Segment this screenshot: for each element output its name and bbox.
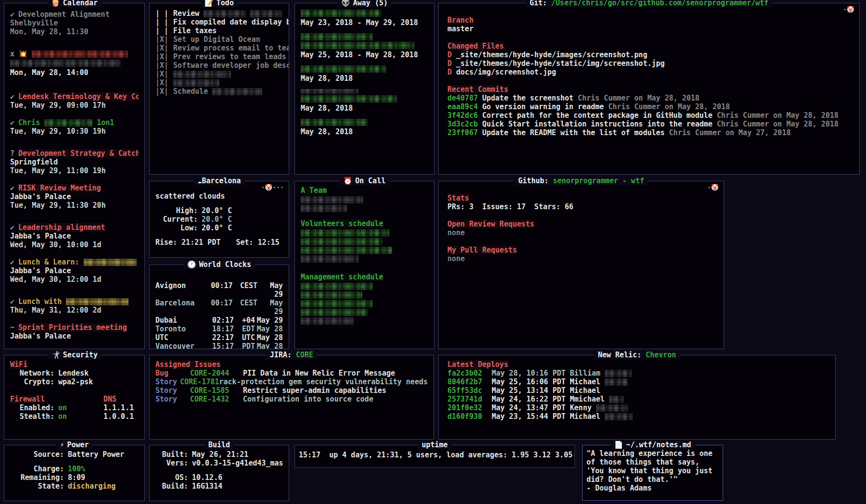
redacted-name bbox=[301, 65, 386, 73]
todo-item[interactable]: |X|Review process email to team bbox=[155, 44, 283, 52]
checkbox-checked-icon[interactable]: |X| bbox=[155, 61, 168, 70]
calendar-event[interactable]: ✔RISK Review Meeting Jabba's Palace Tue,… bbox=[10, 184, 139, 210]
check-icon: ✔ bbox=[10, 258, 14, 266]
check-icon: ✔ bbox=[10, 118, 14, 127]
redacted-name bbox=[301, 247, 392, 254]
jira-panel: JIRA: CORE Assigned Issues BugCORE-2044P… bbox=[149, 355, 434, 440]
checkbox-checked-icon[interactable]: |X| bbox=[155, 78, 168, 87]
power-panel-title: ⚡Power bbox=[56, 441, 92, 449]
changed-file[interactable]: D _site/themes/hyde-hyde/images/screensh… bbox=[447, 50, 851, 59]
away-panel: 👽Away (5) May 23, 2018 - May 29, 2018 Ma… bbox=[294, 3, 434, 175]
checkbox-empty-icon[interactable]: | | bbox=[155, 9, 168, 18]
jira-issue-row[interactable]: StoryCORE-1432Configuration into source … bbox=[155, 395, 428, 403]
jira-panel-title: JIRA: CORE bbox=[266, 351, 317, 359]
commit-row[interactable]: 23ff067 Update the README with the list … bbox=[447, 128, 851, 137]
git-panel-title: Git: /Users/chris/go/src/github.com/seno… bbox=[526, 0, 773, 7]
calendar-event[interactable]: ✔Leadership alignment Jabba's Palace Wed… bbox=[10, 223, 139, 249]
build-panel: Build Built:May 26, 21:21 Vers:v0.0.3-15… bbox=[149, 445, 289, 501]
checkbox-checked-icon[interactable]: |X| bbox=[155, 87, 168, 96]
calendar-event[interactable]: ?Development Strategy & Catch U Springfi… bbox=[10, 149, 139, 175]
redacted-name bbox=[301, 89, 358, 94]
checkbox-checked-icon[interactable]: |X| bbox=[155, 44, 168, 52]
weather-panel-title: ☁Barcelona bbox=[193, 176, 244, 185]
redacted-name bbox=[301, 238, 382, 245]
todo-item[interactable]: |X|Software developer job desc bbox=[155, 61, 283, 70]
calendar-event[interactable]: ✔Lunch with Thu, May 31, 12:00 2d bbox=[10, 297, 139, 315]
commit-row[interactable]: 3d3c2cb Quick Start installation instruc… bbox=[447, 120, 851, 128]
redacted-text bbox=[32, 50, 128, 58]
redacted-name bbox=[301, 205, 347, 212]
redacted-text bbox=[605, 378, 628, 386]
todo-item[interactable]: |X|Set up Digital Ocean bbox=[155, 35, 283, 44]
redacted-text bbox=[173, 79, 219, 87]
notes-panel: 📄~/.wtf/notes.md "A learning experience … bbox=[582, 445, 723, 501]
tilde-icon: ~ bbox=[10, 323, 14, 332]
build-panel-title: Build bbox=[204, 441, 234, 449]
todo-item[interactable]: |X|Schedule bbox=[155, 87, 283, 96]
clock-row: Barcelona00:17CESTMay 29 bbox=[155, 299, 283, 316]
clock-row: UTC22:17UTCMay 28 bbox=[155, 333, 283, 342]
commit-row[interactable]: de40787 Update the screenshot Chris Cumm… bbox=[447, 94, 851, 102]
calendar-event[interactable]: ✔Lunch & Learn: Jabba's Palace Wed, May … bbox=[10, 258, 139, 284]
github-panel: Github: senorprogrammer - wtf ·🤡 Stats P… bbox=[438, 181, 724, 349]
checkbox-checked-icon[interactable]: |X| bbox=[155, 35, 168, 44]
redacted-text bbox=[66, 298, 128, 305]
redacted-name bbox=[301, 309, 368, 316]
deploy-row: d160f930May 23, 15:44 PDT Michael bbox=[447, 412, 827, 421]
commit-row[interactable]: eaa89c4 Go version warning in readme Chr… bbox=[447, 102, 851, 111]
redacted-text bbox=[10, 60, 121, 67]
changed-file[interactable]: D _site/themes/hyde-hyde/static/img/scre… bbox=[447, 59, 851, 68]
todo-item[interactable]: |X| bbox=[155, 70, 283, 78]
check-icon: ✔ bbox=[10, 10, 14, 19]
redacted-text bbox=[44, 119, 92, 126]
todo-item[interactable]: |X|Prev reviews to team leads bbox=[155, 52, 283, 61]
redacted-text bbox=[173, 71, 231, 78]
question-icon: ? bbox=[10, 149, 14, 158]
changed-file[interactable]: D docs/img/screenshot.jpg bbox=[447, 68, 851, 76]
redacted-text bbox=[250, 10, 282, 17]
wtf-terminal-dashboard: 🍿Calendar ✔Development Alignment Shelbyv… bbox=[0, 0, 866, 504]
redacted-name bbox=[301, 10, 382, 17]
checkbox-checked-icon[interactable]: |X| bbox=[155, 52, 168, 61]
commit-row[interactable]: 3f42dc6 Correct path for the context pac… bbox=[447, 111, 851, 120]
calendar-event[interactable]: ✔Chris 1on1 Tue, May 29, 10:30 19h bbox=[10, 118, 139, 136]
away-entry: May 28, 2018 bbox=[301, 65, 428, 83]
weather-panel: ☁Barcelona ·🤡··· scattered clouds High:2… bbox=[149, 181, 289, 258]
check-icon: ✔ bbox=[10, 223, 14, 232]
calendar-event[interactable]: ~Sprint Priorities meeting Jabba's Palac… bbox=[10, 323, 139, 340]
todo-item[interactable]: | |File taxes bbox=[155, 26, 283, 35]
power-panel: ⚡Power Source:Battery Power Charge:100% … bbox=[4, 445, 145, 501]
clown-loader-icon: ·🤡 bbox=[707, 183, 719, 192]
jira-issue-row[interactable]: StoryCORE-1585Restrict super-admin capab… bbox=[155, 386, 428, 395]
alarm-clock-icon: ⏰ bbox=[344, 176, 353, 185]
checkbox-checked-icon[interactable]: |X| bbox=[155, 70, 168, 78]
world-clocks-panel: 🕐World Clocks Avignon00:17CESTMay 29 Bar… bbox=[149, 265, 289, 349]
todo-item[interactable]: | |Review bbox=[155, 9, 283, 18]
todo-item[interactable]: |X| bbox=[155, 78, 283, 87]
lightning-icon: ⚡ bbox=[60, 441, 64, 449]
checkbox-empty-icon[interactable]: | | bbox=[155, 26, 168, 35]
jira-issue-row[interactable]: BugCORE-2044PII Data in New Relic Error … bbox=[155, 369, 428, 378]
redacted-text bbox=[605, 413, 633, 420]
calendar-event[interactable]: ✔Lendesk Terminology & Key Conc Tue, May… bbox=[10, 92, 139, 110]
oncall-panel-title: ⏰On Call bbox=[340, 176, 390, 185]
redacted-text bbox=[605, 370, 632, 377]
calendar-event[interactable]: x💥 Mon, May 28, 14:00 bbox=[10, 50, 139, 77]
deploy-row: fa2c3b02May 28, 10:16 PDT Billiam bbox=[447, 369, 827, 378]
oncall-panel: ⏰On Call A Team Volunteers schedule Mana… bbox=[294, 181, 434, 349]
clock-row: Vancouver15:17PDTMay 28 bbox=[155, 342, 283, 349]
redacted-name bbox=[301, 291, 362, 299]
redacted-name bbox=[301, 229, 389, 237]
clown-loader-icon: ·🤡··· bbox=[261, 183, 284, 192]
deploy-row: 8046f2b7May 25, 16:06 PDT Michael bbox=[447, 378, 827, 386]
notes-attribution: - Douglas Adams bbox=[586, 484, 719, 492]
alien-icon: 👽 bbox=[341, 0, 350, 7]
jira-issue-row[interactable]: StoryCORE-1781rack-protection gem securi… bbox=[155, 378, 428, 386]
calendar-event[interactable]: ✔Development Alignment Shelbyville Mon, … bbox=[10, 10, 139, 36]
check-icon: ✔ bbox=[10, 297, 14, 306]
redacted-name bbox=[301, 33, 373, 40]
security-panel-title: 🤺Security bbox=[47, 351, 102, 359]
todo-item[interactable]: | |Fix compiled date display bug bbox=[155, 18, 283, 26]
redacted-name bbox=[301, 283, 373, 290]
checkbox-empty-icon[interactable]: | | bbox=[155, 18, 168, 26]
